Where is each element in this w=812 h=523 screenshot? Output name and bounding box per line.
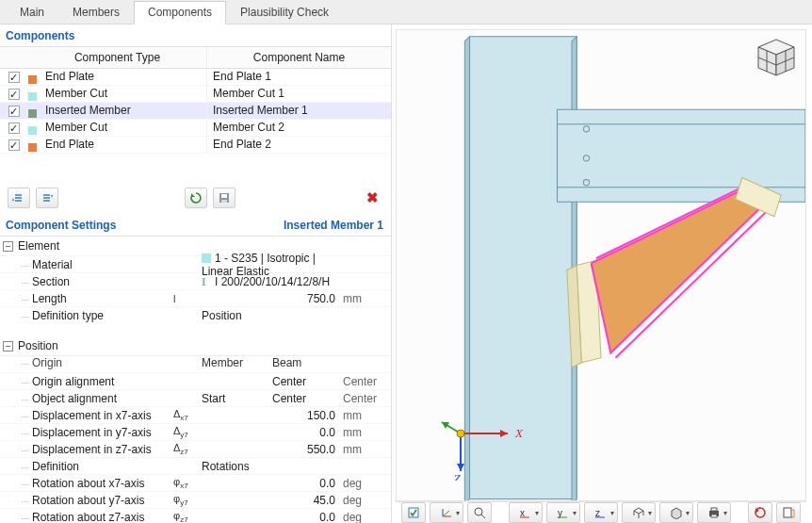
- components-header: Component Type Component Name: [0, 47, 391, 69]
- checkbox-icon[interactable]: [8, 139, 20, 151]
- svg-text:y: y: [558, 508, 562, 518]
- viewport-toolbar: x y z: [396, 501, 806, 523]
- shade-mode-button[interactable]: [659, 502, 693, 523]
- svg-marker-47: [672, 508, 681, 519]
- svg-marker-27: [457, 464, 464, 471]
- tab-components[interactable]: Components: [134, 1, 226, 25]
- group-position[interactable]: – Position: [0, 336, 391, 355]
- svg-text:z: z: [595, 508, 600, 518]
- view-x-button[interactable]: x: [509, 502, 543, 523]
- reset-transform-button[interactable]: [748, 502, 772, 523]
- settings-title: Component Settings Inserted Member 1: [0, 214, 391, 237]
- tab-bar: Main Members Components Plausibility Che…: [0, 0, 812, 25]
- svg-text:x: x: [520, 508, 525, 518]
- checkbox-icon[interactable]: [8, 123, 20, 134]
- 3d-viewport[interactable]: X Z: [396, 29, 806, 501]
- view-y-button[interactable]: y: [546, 502, 580, 523]
- axis-x-label: X: [514, 426, 524, 440]
- delete-button[interactable]: ✖: [361, 188, 383, 208]
- collapse-icon[interactable]: –: [3, 341, 13, 351]
- component-toolbar: ✖: [0, 182, 391, 214]
- checkbox-icon[interactable]: [8, 106, 20, 117]
- section-icon: I: [202, 275, 211, 285]
- view-z-button[interactable]: z: [584, 502, 618, 523]
- svg-point-30: [457, 430, 464, 437]
- svg-line-34: [443, 511, 449, 516]
- svg-rect-2: [221, 200, 227, 203]
- move-up-button[interactable]: [8, 188, 30, 208]
- tab-members[interactable]: Members: [58, 1, 134, 24]
- save-button[interactable]: [213, 188, 235, 208]
- svg-marker-25: [500, 430, 508, 437]
- component-row-selected[interactable]: Inserted Member Inserted Member 1: [0, 103, 391, 120]
- svg-rect-49: [711, 508, 717, 511]
- svg-point-35: [475, 508, 482, 515]
- component-row[interactable]: End Plate End Plate 2: [0, 137, 391, 154]
- detach-view-button[interactable]: [776, 502, 801, 523]
- collapse-icon[interactable]: –: [3, 241, 13, 252]
- svg-marker-6: [558, 109, 806, 202]
- toggle-selection-button[interactable]: [401, 502, 426, 523]
- svg-rect-0: [219, 193, 229, 203]
- svg-line-36: [481, 515, 485, 518]
- component-row[interactable]: Member Cut Member Cut 1: [0, 86, 391, 103]
- material-swatch-icon: [202, 253, 211, 263]
- print-button[interactable]: [697, 502, 731, 523]
- svg-rect-50: [711, 515, 717, 517]
- zoom-extents-button[interactable]: [467, 502, 492, 523]
- checkbox-icon[interactable]: [8, 72, 20, 83]
- checkbox-icon[interactable]: [8, 89, 20, 100]
- svg-marker-14: [592, 188, 767, 353]
- svg-marker-43: [634, 508, 643, 514]
- axes-triad: X Z: [432, 396, 536, 483]
- iso-view-button[interactable]: [622, 502, 656, 523]
- axis-z-label: Z: [453, 471, 461, 481]
- reload-button[interactable]: [185, 188, 207, 208]
- svg-rect-53: [784, 508, 791, 517]
- svg-rect-31: [409, 508, 418, 517]
- tab-plausibility[interactable]: Plausibility Check: [226, 1, 343, 24]
- component-row[interactable]: Member Cut Member Cut 2: [0, 120, 391, 137]
- component-row[interactable]: End Plate End Plate 1: [0, 69, 391, 86]
- move-down-button[interactable]: [36, 188, 58, 208]
- x-icon: ✖: [366, 189, 379, 206]
- view-cube[interactable]: [755, 36, 798, 79]
- tab-main[interactable]: Main: [6, 1, 58, 24]
- axes-toggle-button[interactable]: [430, 502, 463, 523]
- components-title: Components: [0, 25, 391, 47]
- svg-rect-1: [221, 194, 227, 198]
